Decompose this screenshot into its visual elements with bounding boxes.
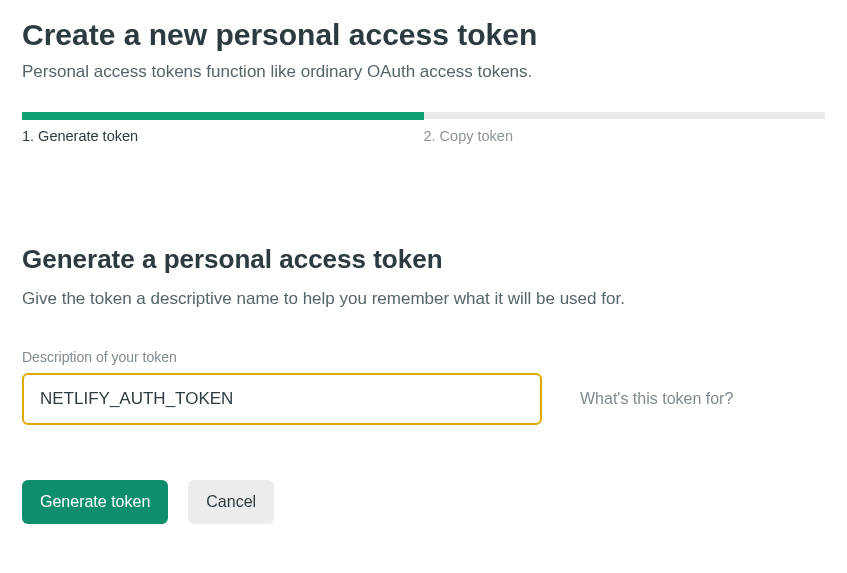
generate-token-button[interactable]: Generate token: [22, 480, 168, 524]
step-label: 2. Copy token: [424, 128, 826, 144]
step-label: 1. Generate token: [22, 128, 424, 144]
section-description: Give the token a descriptive name to hel…: [22, 289, 825, 309]
form-actions: Generate token Cancel: [22, 480, 825, 524]
token-description-input[interactable]: [22, 373, 542, 425]
cancel-button[interactable]: Cancel: [188, 480, 274, 524]
section-title: Generate a personal access token: [22, 244, 825, 275]
page-title: Create a new personal access token: [22, 18, 825, 52]
step-generate-token: 1. Generate token: [22, 112, 424, 144]
token-description-hint: What's this token for?: [580, 390, 733, 408]
token-description-label: Description of your token: [22, 349, 825, 365]
token-description-row: What's this token for?: [22, 373, 825, 425]
page-subtitle: Personal access tokens function like ord…: [22, 62, 825, 82]
progress-steps: 1. Generate token 2. Copy token: [22, 112, 825, 144]
step-copy-token: 2. Copy token: [424, 112, 826, 144]
